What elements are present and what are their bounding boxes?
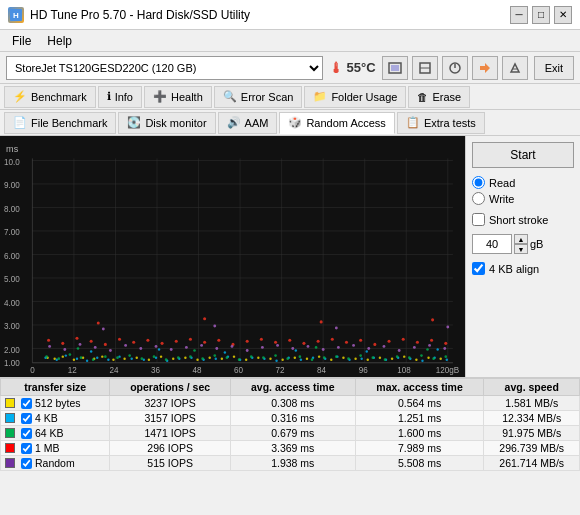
device-dropdown[interactable]: StoreJet TS120GESD220C (120 GB) (6, 56, 323, 80)
maximize-button[interactable]: □ (532, 6, 550, 24)
svg-point-226 (102, 328, 105, 331)
write-radio[interactable] (472, 192, 485, 205)
svg-point-170 (104, 343, 107, 346)
svg-point-138 (165, 358, 168, 361)
cell-label-0: 512 bytes (1, 396, 110, 411)
tab-disk-monitor[interactable]: 💽 Disk monitor (118, 112, 215, 134)
svg-text:7.00: 7.00 (4, 228, 20, 237)
row-label-text-4: Random (35, 457, 75, 469)
svg-point-107 (275, 359, 277, 361)
svg-point-204 (124, 344, 127, 347)
row-checkbox-4[interactable] (21, 458, 32, 469)
svg-point-135 (128, 354, 131, 357)
tab-bar-2: 📄 File Benchmark 💽 Disk monitor 🔊 AAM 🎲 … (0, 110, 580, 136)
svg-point-142 (213, 354, 216, 357)
tab-extra-tests[interactable]: 📋 Extra tests (397, 112, 485, 134)
stroke-up-button[interactable]: ▲ (514, 234, 528, 244)
kb-align-checkbox[interactable] (472, 262, 485, 275)
svg-point-160 (432, 357, 435, 360)
tab-random-access[interactable]: 🎲 Random Access (279, 112, 394, 134)
error-scan-label: Error Scan (241, 91, 294, 103)
svg-point-220 (367, 347, 370, 350)
svg-point-109 (300, 358, 302, 360)
row-label-text-2: 64 KB (35, 427, 64, 439)
table-row: 4 KB 3157 IOPS 0.316 ms 1.251 ms 12.334 … (1, 411, 580, 426)
svg-point-127 (436, 348, 438, 350)
toolbar-icon-3[interactable] (442, 56, 468, 80)
svg-point-191 (402, 338, 405, 341)
cell-speed-4: 261.714 MB/s (484, 456, 580, 471)
tab-aam[interactable]: 🔊 AAM (218, 112, 278, 134)
svg-point-145 (250, 355, 253, 358)
menu-help[interactable]: Help (39, 32, 80, 50)
svg-point-146 (262, 356, 265, 359)
cell-speed-3: 296.739 MB/s (484, 441, 580, 456)
svg-point-95 (130, 357, 132, 359)
svg-point-122 (90, 350, 92, 352)
svg-point-199 (48, 345, 51, 348)
svg-point-151 (323, 356, 326, 359)
tab-benchmark[interactable]: ⚡ Benchmark (4, 86, 96, 108)
cell-avg-1: 0.316 ms (230, 411, 355, 426)
row-label-text-3: 1 MB (35, 442, 60, 454)
svg-point-164 (315, 346, 318, 349)
start-button[interactable]: Start (472, 142, 574, 168)
write-option[interactable]: Write (472, 192, 574, 205)
cell-avg-0: 0.308 ms (230, 396, 355, 411)
svg-point-183 (288, 339, 291, 342)
row-checkbox-0[interactable] (21, 398, 32, 409)
svg-point-61 (136, 356, 138, 358)
read-radio[interactable] (472, 176, 485, 189)
stroke-down-button[interactable]: ▼ (514, 244, 528, 254)
exit-button[interactable]: Exit (534, 56, 574, 80)
short-stroke-checkbox[interactable] (472, 213, 485, 226)
toolbar-icon-5[interactable] (502, 56, 528, 80)
svg-point-177 (203, 341, 206, 344)
svg-point-132 (92, 358, 95, 361)
svg-point-114 (360, 357, 362, 359)
svg-point-182 (274, 341, 277, 344)
folder-icon: 📁 (313, 90, 327, 103)
row-checkbox-1[interactable] (21, 413, 32, 424)
toolbar-icon-4[interactable] (472, 56, 498, 80)
disk-monitor-icon: 💽 (127, 116, 141, 129)
tab-health[interactable]: ➕ Health (144, 86, 212, 108)
svg-point-128 (45, 355, 48, 358)
row-checkbox-3[interactable] (21, 443, 32, 454)
minimize-button[interactable]: ─ (510, 6, 528, 24)
svg-point-158 (408, 356, 411, 359)
toolbar-icon-2[interactable] (412, 56, 438, 80)
svg-point-63 (160, 355, 162, 357)
info-icon: ℹ (107, 90, 111, 103)
tab-info[interactable]: ℹ Info (98, 86, 142, 108)
read-option[interactable]: Read (472, 176, 574, 189)
col-header-speed: avg. speed (484, 379, 580, 396)
svg-point-159 (420, 354, 423, 357)
menu-file[interactable]: File (4, 32, 39, 50)
tab-error-scan[interactable]: 🔍 Error Scan (214, 86, 303, 108)
tab-file-benchmark[interactable]: 📄 File Benchmark (4, 112, 116, 134)
close-button[interactable]: ✕ (554, 6, 572, 24)
row-checkbox-2[interactable] (21, 428, 32, 439)
svg-point-201 (79, 343, 82, 346)
svg-point-141 (201, 357, 204, 360)
svg-point-157 (396, 355, 399, 358)
svg-point-165 (426, 348, 429, 351)
toolbar-icon-1[interactable] (382, 56, 408, 80)
svg-point-197 (320, 320, 323, 323)
svg-point-229 (446, 326, 449, 329)
svg-point-216 (307, 345, 310, 348)
svg-point-139 (177, 356, 180, 359)
svg-point-125 (295, 349, 297, 351)
stroke-value-input[interactable]: 40 (472, 234, 512, 254)
file-benchmark-icon: 📄 (13, 116, 27, 129)
chart-svg: ms 10.0 9.00 8.00 7.00 6.00 (2, 140, 463, 375)
svg-point-86 (439, 357, 441, 359)
short-stroke-label: Short stroke (489, 214, 548, 226)
extra-tests-icon: 📋 (406, 116, 420, 129)
tab-erase[interactable]: 🗑 Erase (408, 86, 470, 108)
svg-point-169 (90, 340, 93, 343)
tab-folder-usage[interactable]: 📁 Folder Usage (304, 86, 406, 108)
cell-label-2: 64 KB (1, 426, 110, 441)
main-area: ms 10.0 9.00 8.00 7.00 6.00 (0, 136, 580, 471)
